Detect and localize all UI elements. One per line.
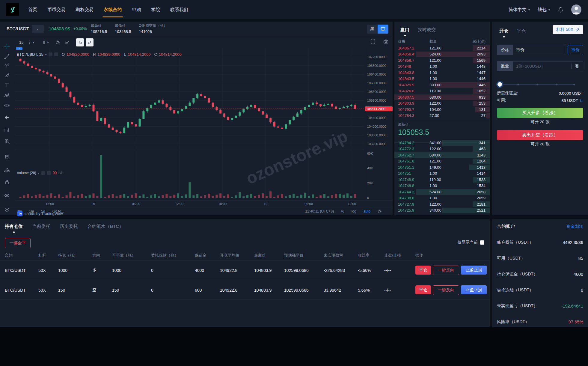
bid-row[interactable]: 104748.81.001534: [394, 183, 490, 189]
user-avatar[interactable]: [571, 4, 581, 15]
tab-当前委托[interactable]: 当前委托: [32, 224, 50, 229]
long-position-icon[interactable]: [4, 103, 10, 108]
bid-row[interactable]: 104751.1149.001413: [394, 164, 490, 171]
ask-row[interactable]: 104829.9393.001445: [394, 82, 490, 88]
text-icon[interactable]: [4, 83, 10, 88]
candlestick-chart[interactable]: 107200.0000106800.0000106400.0000106000.…: [15, 48, 393, 207]
pair-selector[interactable]: ▾: [32, 25, 44, 33]
lock-icon[interactable]: [4, 179, 10, 185]
interval-button[interactable]: 15: [19, 40, 23, 45]
bid-row[interactable]: 104727.9122.002181: [394, 201, 490, 207]
bid-row[interactable]: 104748.9119.001533: [394, 177, 490, 183]
nav-item-期权交易[interactable]: 期权交易: [76, 0, 94, 19]
fund-transfer-link[interactable]: 资金划转: [566, 224, 583, 229]
price-input[interactable]: [513, 48, 565, 52]
chart-settings-button[interactable]: [55, 40, 60, 45]
fullscreen-button[interactable]: [370, 39, 376, 44]
bid-row[interactable]: 104761.8121.001264: [394, 158, 490, 165]
ask-row[interactable]: 104807.5680.00933: [394, 94, 490, 100]
ask-row[interactable]: 104858.4524.002093: [394, 51, 490, 58]
log-scale-button[interactable]: log: [352, 209, 356, 213]
nav-item-币币交易[interactable]: 币币交易: [47, 0, 65, 19]
eye-icon[interactable]: [4, 193, 10, 198]
ask-row[interactable]: 104784.327.0027: [394, 113, 490, 119]
nav-item-首页[interactable]: 首页: [28, 0, 37, 19]
wallet-menu[interactable]: 钱包 ▾: [538, 7, 550, 13]
indicators-button[interactable]: [64, 40, 70, 45]
tpsl-button[interactable]: 止盈止损: [461, 266, 487, 275]
volume-label[interactable]: Volume (20): [17, 171, 36, 175]
volume-close-icon[interactable]: [47, 171, 51, 175]
nav-item-永续合约[interactable]: 永续合约: [104, 0, 122, 19]
bid-row[interactable]: 1047511.001414: [394, 171, 490, 177]
ask-row[interactable]: 104826.8119.001052: [394, 88, 490, 94]
ask-row[interactable]: 104793.7104.00131: [394, 106, 490, 113]
brush-icon[interactable]: [4, 73, 10, 78]
buy-long-button[interactable]: 买入开多（看涨）: [497, 108, 583, 118]
tab-实时成交[interactable]: 实时成交: [418, 27, 436, 33]
crosshair-icon[interactable]: [4, 43, 10, 49]
tab-平仓[interactable]: 平仓: [517, 28, 526, 34]
ask-row[interactable]: 104867.2121.002214: [394, 45, 490, 51]
ask-row[interactable]: 104856.7121.001569: [394, 57, 490, 64]
arrow-back-icon[interactable]: [4, 115, 10, 120]
legend-settings-icon[interactable]: [54, 52, 58, 56]
close-all-button[interactable]: 一键全平: [5, 238, 31, 248]
redo-button[interactable]: [86, 38, 94, 46]
bid-row[interactable]: 104762.7680.001143: [394, 152, 490, 158]
brand-logo[interactable]: [6, 3, 19, 16]
slider-knob[interactable]: [497, 82, 502, 87]
language-selector[interactable]: 简体中文 ▾: [509, 7, 530, 13]
volume-eye-icon[interactable]: [41, 171, 45, 175]
reverse-position-button[interactable]: 一键反向: [433, 285, 459, 295]
nav-item-学院[interactable]: 学院: [151, 0, 160, 19]
theme-dark-button[interactable]: 黑: [367, 25, 378, 34]
close-position-button[interactable]: 平仓: [415, 266, 431, 275]
chart-style-button[interactable]: ▾: [42, 40, 49, 45]
bid-row[interactable]: 104772.3122.00463: [394, 146, 490, 152]
tab-历史委托[interactable]: 历史委托: [60, 224, 78, 229]
collapse-icon[interactable]: [4, 207, 10, 212]
nav-item-申购[interactable]: 申购: [132, 0, 141, 19]
notification-bell-icon[interactable]: [558, 7, 563, 13]
pitchfork-icon[interactable]: [4, 64, 10, 69]
ask-row[interactable]: 104843.51.001446: [394, 76, 490, 82]
bid-row[interactable]: 104738.81.002059: [394, 195, 490, 201]
auto-scale-button[interactable]: auto: [364, 209, 370, 213]
only-current-checkbox[interactable]: [480, 240, 484, 245]
tradingview-attribution[interactable]: charts by TradingView: [17, 211, 63, 216]
legend-eye-icon[interactable]: [49, 52, 52, 56]
undo-button[interactable]: [76, 38, 84, 46]
clock-label[interactable]: 12:40:11 (UTC+8): [305, 209, 334, 213]
nav-item-联系我们[interactable]: 联系我们: [170, 0, 188, 19]
legend-symbol[interactable]: BTC /USDT, 15: [17, 52, 43, 57]
quantity-slider[interactable]: [498, 82, 575, 86]
draw-lock-icon[interactable]: [4, 167, 10, 172]
market-price-button[interactable]: 市价: [568, 45, 583, 55]
sell-short-button[interactable]: 卖出开空（看跌）: [497, 130, 583, 140]
quantity-input[interactable]: [513, 64, 571, 69]
bar-pattern-icon[interactable]: [4, 127, 10, 132]
tab-持有仓位[interactable]: 持有仓位: [5, 224, 23, 229]
theme-light-button[interactable]: [378, 25, 388, 34]
interval-menu-button[interactable]: ▾: [28, 40, 34, 44]
snapshot-button[interactable]: [383, 39, 388, 44]
tpsl-button[interactable]: 止盈止损: [461, 285, 487, 294]
leverage-button[interactable]: 杠杆 50X: [553, 25, 583, 34]
tab-盘口[interactable]: 盘口: [400, 27, 409, 33]
magnet-icon[interactable]: [4, 155, 10, 160]
bid-row[interactable]: 104725.9340.002521: [394, 207, 490, 214]
tab-合约流水（BTC）[interactable]: 合约流水（BTC）: [88, 224, 123, 229]
close-position-button[interactable]: 平仓: [415, 285, 431, 294]
zoom-in-icon[interactable]: [4, 138, 10, 144]
transfer-swap-icon[interactable]: [579, 99, 583, 103]
trend-line-icon[interactable]: [4, 54, 10, 59]
bid-row[interactable]: 104784.2341.00341: [394, 140, 490, 146]
percent-scale-button[interactable]: %: [341, 209, 344, 213]
bid-row[interactable]: 104744.2524.002058: [394, 189, 490, 195]
xabcd-pattern-icon[interactable]: [4, 93, 10, 98]
bottom-settings-button[interactable]: [378, 209, 382, 213]
ask-row[interactable]: 104843.81.001447: [394, 70, 490, 76]
tab-开仓[interactable]: 开仓: [499, 28, 508, 34]
ask-row[interactable]: 104803.9122.00253: [394, 100, 490, 107]
